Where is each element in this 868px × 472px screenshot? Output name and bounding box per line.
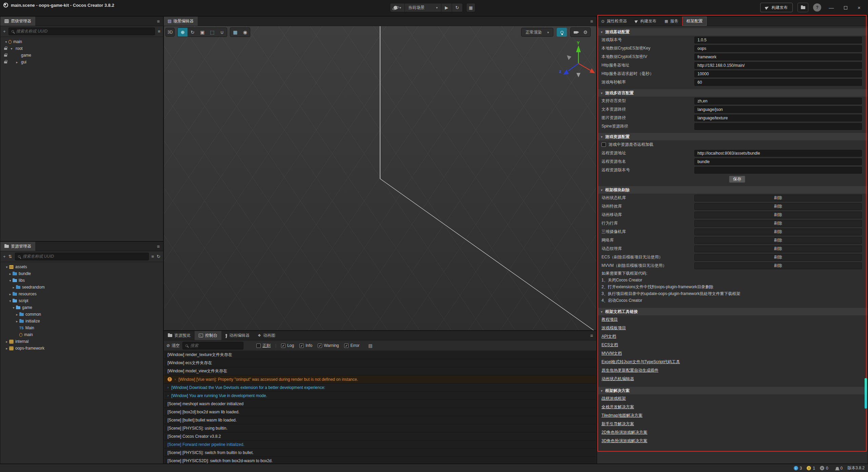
tab-动画图[interactable]: ❖动画图 — [254, 331, 279, 340]
transform-gizmo-icon[interactable]: ∪ — [217, 28, 227, 37]
filter-log[interactable]: ✓Log — [281, 343, 294, 348]
open-project-folder-button[interactable] — [797, 3, 808, 12]
console-log-row[interactable]: [Scene] Forward render pipeline initiali… — [164, 440, 596, 449]
section-header-框架解决方案[interactable]: ▾框架解决方案 — [597, 387, 867, 394]
preview-platform-select[interactable]: ▾ — [390, 3, 405, 12]
tab-服务[interactable]: ▦服务 — [660, 17, 682, 26]
remove-button[interactable]: 剔除 — [694, 237, 862, 244]
section-header-游戏多语言配置[interactable]: ▾游戏多语言配置 — [597, 89, 867, 97]
field-input[interactable]: 60 — [694, 79, 862, 86]
clear-console-button[interactable]: ⊘ 清空 — [166, 343, 180, 349]
remove-button[interactable]: 剔除 — [694, 195, 862, 201]
console-log-row[interactable]: [Window] render_texture文件夹存在 — [164, 351, 596, 359]
tree-item-root[interactable]: ▾root — [0, 45, 163, 52]
render-mode-select[interactable]: 正常渲染 ▾ — [521, 28, 553, 37]
field-input[interactable]: http://192.168.0.150/main/ — [694, 62, 862, 69]
console-log-row[interactable]: [Scene] [box2d]:box2d wasm lib loaded. — [164, 408, 596, 416]
viewport-settings-gear-icon[interactable]: ⚙ — [580, 28, 590, 37]
remove-button[interactable]: 剔除 — [694, 229, 862, 235]
doc-link[interactable]: 3D角色扮演游戏解决方案 — [601, 438, 647, 444]
tree-item-gui[interactable]: ▸gui — [0, 59, 163, 65]
doc-link[interactable]: MVVM文档 — [601, 351, 622, 356]
section-header-游戏资源配置[interactable]: ▾游戏资源配置 — [597, 133, 867, 140]
sort-icon[interactable]: ⇅ — [8, 254, 12, 259]
field-input[interactable]: http://localhost:8083/assets/bundle — [694, 150, 862, 157]
expand-arrow-icon[interactable]: › — [167, 394, 169, 397]
console-log-row[interactable]: ›[Window] You are running Vue in develop… — [164, 392, 596, 400]
chevron-right-icon[interactable]: ▸ — [8, 272, 13, 276]
error-count[interactable]: × 0 — [820, 466, 828, 471]
filter-icon[interactable]: ≡ — [152, 254, 154, 259]
chevron-down-icon[interactable]: ▾ — [4, 265, 9, 269]
field-input[interactable]: bundle — [694, 158, 862, 165]
console-log-row[interactable]: !›[Window] [Vue warn]: Property "onInput… — [164, 375, 596, 383]
scene-viewport[interactable]: 3D ⊕ ↻ ▣ ⬚ ∪ ▦ ◉ 正常渲染 ▾ — [164, 26, 596, 330]
tree-item-internal[interactable]: ▸internal — [0, 338, 163, 345]
chevron-down-icon[interactable]: ▾ — [8, 299, 13, 303]
field-input[interactable] — [694, 167, 862, 174]
tree-item-resources[interactable]: ▸resources — [0, 291, 163, 297]
doc-link[interactable]: 游戏模板项目 — [601, 325, 626, 331]
tree-item-initialize[interactable]: ▸initialize — [0, 318, 163, 324]
hierarchy-search-input[interactable]: 搜索名称或 UUID — [8, 27, 155, 35]
filter-error[interactable]: ✓Error — [344, 343, 359, 348]
tab-控制台[interactable]: >_控制台 — [195, 331, 221, 340]
snap-rotation-icon[interactable]: ◉ — [240, 28, 250, 37]
build-publish-button[interactable]: 构建发布 — [760, 3, 793, 12]
console-log-row[interactable]: [Window] ecs文件夹存在 — [164, 359, 596, 367]
remove-button[interactable]: 剔除 — [694, 254, 862, 261]
minimize-button[interactable]: — — [826, 5, 836, 11]
tab-scene-editor[interactable]: 场景编辑器 — [164, 17, 198, 26]
tab-属性检查器[interactable]: ⊙属性检查器 — [597, 17, 631, 26]
save-button[interactable]: 保存 — [729, 176, 745, 183]
create-asset-button[interactable]: + — [3, 254, 6, 259]
console-log-row[interactable]: [Scene] Cocos Creator v3.8.2 — [164, 432, 596, 440]
chevron-down-icon[interactable]: ▾ — [4, 40, 8, 44]
tree-item-bundle[interactable]: ▸bundle — [0, 270, 163, 277]
layout-button[interactable]: ▦ — [466, 3, 475, 12]
filter-warning[interactable]: ✓Warning — [318, 343, 339, 348]
rotate-tool-icon[interactable]: ↻ — [188, 28, 197, 37]
doc-link[interactable]: Tiledmap地图解决方案 — [601, 413, 643, 418]
tree-item-common[interactable]: ▸common — [0, 311, 163, 318]
chevron-right-icon[interactable]: ▸ — [15, 319, 19, 323]
tree-item-main[interactable]: main — [0, 331, 163, 338]
filter-info[interactable]: ✓Info — [299, 343, 312, 348]
field-input[interactable]: 10000 — [694, 71, 862, 77]
chevron-right-icon[interactable]: ▸ — [15, 60, 19, 64]
warning-count[interactable]: ! 1 — [807, 466, 815, 471]
chevron-down-icon[interactable]: ▾ — [9, 47, 14, 51]
maximize-button[interactable] — [841, 5, 850, 11]
tab-框架配置[interactable]: 框架配置 — [682, 17, 707, 26]
chevron-right-icon[interactable]: ▸ — [8, 292, 13, 296]
chevron-down-icon[interactable]: ▾ — [8, 279, 13, 282]
doc-link[interactable]: Excel格式转Json文件与TypeScript代码工具 — [601, 359, 680, 365]
tab-hierarchy[interactable]: 层级管理器 — [0, 17, 35, 26]
help-button[interactable]: ? — [813, 3, 821, 12]
3d-mode-button[interactable]: 3D — [165, 28, 175, 37]
tree-item-game[interactable]: ▾game — [0, 304, 163, 311]
doc-link[interactable]: 教程项目 — [601, 317, 618, 322]
scene-select[interactable]: 当前场景 ▾ — [405, 3, 441, 12]
section-header-框架文档工具链接[interactable]: ▾框架文档工具链接 — [597, 308, 867, 315]
scale-tool-icon[interactable]: ▣ — [197, 28, 207, 37]
remove-button[interactable]: 剔除 — [694, 203, 862, 210]
doc-link[interactable]: 全栈开发解决方案 — [601, 404, 634, 410]
field-input[interactable]: framework — [694, 54, 862, 60]
tree-item-main[interactable]: ▾main — [0, 38, 163, 45]
console-log-row[interactable]: [Scene] [PHYSICS2D]: switch from box2d-w… — [164, 457, 596, 464]
tree-item-oops-framework[interactable]: ▸oops-framework — [0, 345, 163, 352]
expand-arrow-icon[interactable]: › — [167, 386, 169, 389]
field-input[interactable] — [694, 123, 862, 130]
notification-count[interactable]: 0 — [836, 466, 843, 471]
field-input[interactable]: 1.0.5 — [694, 37, 862, 43]
panel-menu-icon[interactable]: ≡ — [587, 331, 596, 340]
chevron-right-icon[interactable]: ▸ — [4, 340, 9, 343]
chevron-right-icon[interactable]: ▸ — [15, 313, 19, 316]
create-node-button[interactable]: + — [3, 29, 6, 34]
doc-link[interactable]: 战棋游戏框架 — [601, 396, 626, 401]
panel-menu-icon[interactable]: ≡ — [587, 17, 596, 26]
play-button[interactable]: ▶ — [441, 3, 452, 12]
doc-link[interactable]: 原生包热更新配置自动生成插件 — [601, 368, 658, 373]
regex-checkbox[interactable]: 正则 — [256, 343, 271, 349]
